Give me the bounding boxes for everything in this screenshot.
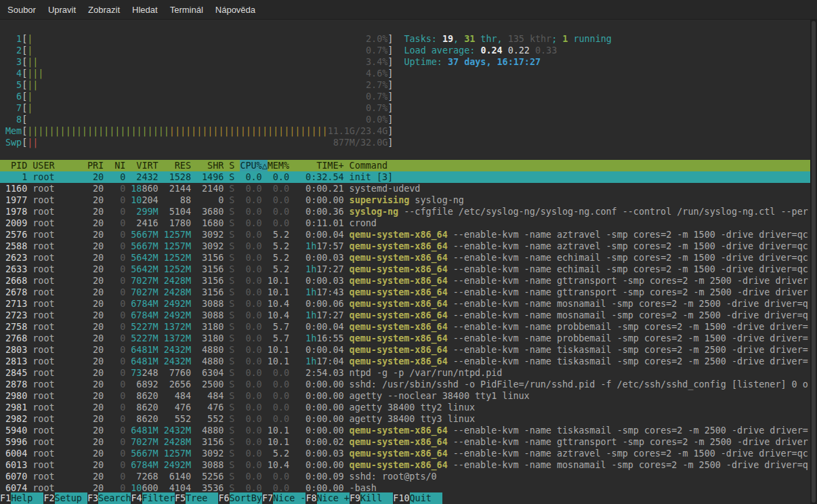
cell-command: crond: [350, 217, 817, 229]
menu-item-terminal[interactable]: Terminál: [164, 1, 209, 18]
process-row-2713[interactable]: 2713root2006784M2492M3088S0.0 10.40:00.0…: [0, 298, 817, 310]
cell-mem: 0.0: [268, 194, 289, 206]
process-row-2623[interactable]: 2623root2005642M1252M3156S0.0 5.20:00.03…: [0, 252, 817, 264]
fkey-f1-help[interactable]: F1Help: [0, 492, 43, 504]
column-header-user[interactable]: USER: [33, 160, 82, 171]
column-header-ni[interactable]: NI: [109, 160, 125, 171]
process-row-5940[interactable]: 5940root2006481M2432M4880S0.0 10.10:00.0…: [0, 425, 817, 436]
menu-item-soubor[interactable]: Soubor: [1, 1, 42, 18]
process-row-6070[interactable]: 6070root200726861405256S0.0 0.00:00.09ss…: [0, 471, 817, 482]
column-header-virt[interactable]: VIRT: [131, 160, 158, 171]
process-row-2588[interactable]: 2588root2005667M1257M3092S0.0 5.21h17:57…: [0, 240, 817, 252]
column-header-res[interactable]: RES: [164, 160, 191, 171]
cell-res: 2428M: [164, 287, 191, 298]
cell-command: syslog-ng --cfgfile /etc/syslog-ng/syslo…: [350, 206, 817, 217]
process-row-2803[interactable]: 2803root2006481M2432M4880S0.0 10.10:00.0…: [0, 344, 817, 356]
cell-virt: 6784M: [131, 298, 158, 310]
process-row-2758[interactable]: 2758root2005227M1372M3180S0.0 5.70:00.04…: [0, 321, 817, 333]
cell-res: 2492M: [164, 310, 191, 321]
fkey-f4-filter[interactable]: F4Filter: [131, 492, 174, 504]
column-header-s[interactable]: S: [229, 160, 234, 171]
process-row-2678[interactable]: 2678root2007027M2428M3156S0.0 10.11h17:4…: [0, 287, 817, 298]
cell-cpu: 0.0: [240, 194, 261, 206]
process-row-1978[interactable]: 1978root200299M51043680S0.0 0.00:00.36sy…: [0, 206, 817, 217]
cell-user: root: [33, 206, 82, 217]
cell-time: 1h17:27: [295, 264, 344, 275]
menu-item-hledat[interactable]: Hledat: [126, 1, 164, 18]
process-row-2982[interactable]: 2982root2008620552552S0.0 0.00:00.00aget…: [0, 413, 817, 425]
process-row-2980[interactable]: 2980root2008620484484S0.0 0.00:00.00aget…: [0, 390, 817, 402]
cell-virt: 7268: [131, 471, 158, 482]
process-row-2845[interactable]: 2845root2007324877606304S0.0 0.02:54.03n…: [0, 367, 817, 379]
cell-mem: 10.4: [268, 310, 289, 321]
cell-virt: 5642M: [131, 252, 158, 264]
cell-mem: 10.1: [268, 425, 289, 436]
cell-mem: 0.0: [268, 413, 289, 425]
process-row-2633[interactable]: 2633root2005642M1252M3156S0.0 5.21h17:27…: [0, 264, 817, 275]
cell-state: S: [229, 436, 234, 448]
cell-command: qemu-system-x86_64 --enable-kvm -name az…: [350, 229, 817, 240]
column-header-shr[interactable]: SHR: [196, 160, 224, 171]
cell-pid: 1978: [5, 206, 27, 217]
fkey-f6-sortby[interactable]: F6SortBy: [218, 492, 261, 504]
process-row-2009[interactable]: 2009root200241617801680S0.0 0.00:11.01cr…: [0, 217, 817, 229]
cell-time: 0:00.00: [295, 459, 344, 471]
meter-area: 1[|2.0%]Tasks: 19, 31 thr, 135 kthr; 1 r…: [0, 33, 817, 148]
cell-state: S: [229, 379, 234, 390]
cell-state: S: [229, 344, 234, 356]
process-row-2723[interactable]: 2723root2006784M2492M3088S0.0 10.41h17:2…: [0, 310, 817, 321]
process-row-2813[interactable]: 2813root2006481M2432M4880S0.0 10.11h17:0…: [0, 356, 817, 367]
process-row-2576[interactable]: 2576root2005667M1257M3092S0.0 5.20:00.04…: [0, 229, 817, 240]
fkey-f8-nice-+[interactable]: F8Nice +: [306, 492, 349, 504]
fkey-f3-search[interactable]: F3Search: [87, 492, 131, 504]
column-header-pri[interactable]: PRI: [87, 160, 104, 171]
menu-item-zobrazit[interactable]: Zobrazit: [82, 1, 126, 18]
process-row-5996[interactable]: 5996root2007027M2428M3156S0.0 10.10:00.0…: [0, 436, 817, 448]
cell-res: 552: [164, 413, 191, 425]
scrollbar[interactable]: [810, 20, 817, 504]
process-row-2668[interactable]: 2668root2007027M2428M3156S0.0 10.10:00.0…: [0, 275, 817, 287]
cell-res: 88: [164, 194, 191, 206]
cell-pri: 20: [87, 252, 104, 264]
cell-command: systemd-udevd: [350, 183, 817, 194]
fkey-action-label: Tree: [186, 492, 218, 504]
column-header-cpu[interactable]: CPU%: [240, 160, 261, 171]
process-row-2981[interactable]: 2981root2008620476476S0.0 0.00:00.00aget…: [0, 402, 817, 413]
cell-mem: 10.1: [268, 356, 289, 367]
cell-ni: 0: [109, 448, 125, 459]
process-row-1160[interactable]: 1160root2001886021442140S0.0 0.00:00.21s…: [0, 183, 817, 194]
fkey-action-label: SortBy: [230, 492, 262, 504]
column-header-time[interactable]: TIME+: [295, 160, 344, 171]
menu-item-napoveda[interactable]: Nápověda: [209, 1, 261, 18]
cell-cpu: 0.0: [240, 183, 261, 194]
menu-item-upravit[interactable]: Upravit: [42, 1, 82, 18]
cell-res: 6140: [164, 471, 191, 482]
cell-virt: 8620: [131, 402, 158, 413]
process-row-6013[interactable]: 6013root2006784M2492M3088S0.0 10.40:00.0…: [0, 459, 817, 471]
column-header-mem[interactable]: MEM%: [268, 160, 289, 171]
process-row-1977[interactable]: 1977root20010204880S0.0 0.00:00.00superv…: [0, 194, 817, 206]
cell-res: 2428M: [164, 275, 191, 287]
cell-mem: 10.1: [268, 287, 289, 298]
fkey-f5-tree[interactable]: F5Tree: [175, 492, 218, 504]
column-header-pid[interactable]: PID: [5, 160, 27, 171]
cell-state: S: [229, 287, 234, 298]
process-row-6004[interactable]: 6004root2005667M1257M3092S0.0 5.20:00.03…: [0, 448, 817, 459]
fkey-f2-setup[interactable]: F2Setup: [43, 492, 87, 504]
cell-cpu: 0.0: [240, 379, 261, 390]
process-row-2768[interactable]: 2768root2005227M1372M3180S0.0 5.71h16:55…: [0, 333, 817, 344]
cell-pri: 20: [87, 413, 104, 425]
cell-pid: 2723: [5, 310, 27, 321]
cell-res: 2656: [164, 379, 191, 390]
process-row-2878[interactable]: 2878root200689226562500S0.0 0.00:00.00ss…: [0, 379, 817, 390]
process-row-1[interactable]: 1root200243215281496S0.0 0.00:32.54init …: [0, 171, 817, 183]
fkey-f10-quit[interactable]: F10Quit: [393, 492, 442, 504]
scrollbar-thumb[interactable]: [812, 21, 816, 503]
cell-time: 0:00.00: [295, 390, 344, 402]
sort-arrow-icon: △: [262, 160, 268, 171]
column-header-cmd[interactable]: Command: [350, 160, 817, 171]
cell-ni: 0: [109, 252, 125, 264]
cell-virt: 6481M: [131, 356, 158, 367]
fkey-f7-nice[interactable]: F7Nice -: [262, 492, 306, 504]
fkey-f9-kill[interactable]: F9Kill: [350, 492, 393, 504]
